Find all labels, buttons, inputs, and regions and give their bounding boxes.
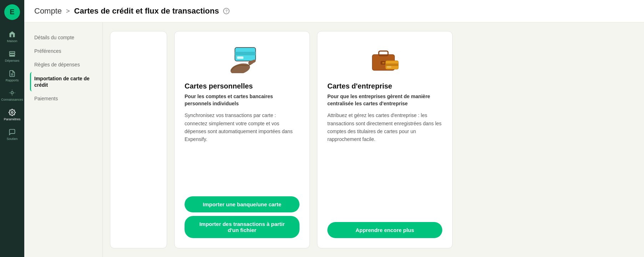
personal-card-title: Cartes personnelles bbox=[185, 82, 300, 90]
svg-rect-11 bbox=[237, 56, 243, 59]
personal-card-subtitle: Pour les comptes et cartes bancaires per… bbox=[185, 93, 300, 107]
page-header: Compte > Cartes de crédit et flux de tra… bbox=[24, 0, 644, 22]
svg-point-12 bbox=[229, 61, 251, 73]
svg-rect-4 bbox=[10, 56, 15, 56]
nav-item-depenses[interactable]: Dépenses bbox=[0, 47, 24, 66]
nav-parametres-label: Paramètres bbox=[4, 117, 21, 121]
spacer-panel bbox=[110, 31, 167, 248]
svg-rect-2 bbox=[10, 51, 15, 53]
svg-point-8 bbox=[11, 112, 13, 114]
app-logo[interactable]: E bbox=[4, 4, 20, 27]
business-card-illustration bbox=[367, 45, 403, 73]
breadcrumb-separator: > bbox=[66, 7, 70, 15]
rapports-icon bbox=[9, 70, 16, 77]
nav-soutien-label: Soutien bbox=[7, 137, 18, 141]
nav-item-connaissances[interactable]: Connaissances bbox=[0, 86, 24, 105]
business-card-icon-area bbox=[327, 43, 442, 75]
personal-cards-card: Cartes personnelles Pour les comptes et … bbox=[174, 31, 310, 248]
business-card-desc: Attribuez et gérez les cartes d'entrepri… bbox=[327, 111, 442, 213]
depenses-icon bbox=[9, 50, 16, 57]
business-cards-card: Cartes d'entreprise Pour que les entrepr… bbox=[317, 31, 453, 248]
page-title: Cartes de crédit et flux de transactions bbox=[74, 6, 219, 16]
soutien-icon bbox=[9, 128, 16, 136]
svg-rect-10 bbox=[235, 52, 256, 55]
svg-rect-22 bbox=[387, 66, 391, 68]
main-area: Compte > Cartes de crédit et flux de tra… bbox=[24, 0, 644, 257]
nav-item-parametres[interactable]: Paramètres bbox=[0, 105, 24, 125]
nav-maison-label: Maison bbox=[7, 39, 17, 43]
svg-rect-19 bbox=[382, 62, 384, 64]
sidebar-item-details[interactable]: Détails du compte bbox=[30, 31, 97, 44]
business-card-title: Cartes d'entreprise bbox=[327, 82, 442, 90]
parametres-icon bbox=[9, 109, 16, 116]
home-icon bbox=[9, 31, 16, 38]
svg-point-7 bbox=[11, 92, 14, 94]
nav-item-maison[interactable]: Maison bbox=[0, 27, 24, 47]
sidebar-item-importation[interactable]: Importation de carte de crédit bbox=[30, 72, 97, 91]
connaissances-icon bbox=[9, 89, 16, 96]
svg-rect-3 bbox=[10, 54, 15, 55]
import-bank-button[interactable]: Importer une banque/une carte bbox=[185, 196, 300, 212]
content-row: Détails du compte Préférences Règles de … bbox=[24, 22, 644, 257]
account-sidebar: Détails du compte Préférences Règles de … bbox=[24, 22, 103, 257]
business-card-subtitle: Pour que les entreprises gèrent de maniè… bbox=[327, 93, 442, 107]
import-file-button[interactable]: Importer des transactions à partir d'un … bbox=[185, 216, 300, 238]
help-button[interactable]: ? bbox=[223, 8, 230, 14]
nav-depenses-label: Dépenses bbox=[5, 59, 20, 63]
svg-rect-21 bbox=[386, 64, 398, 66]
personal-card-icon-area bbox=[185, 43, 300, 75]
sidebar-item-regles[interactable]: Règles de dépenses bbox=[30, 58, 97, 71]
nav-connaissances-label: Connaissances bbox=[1, 98, 23, 102]
personal-card-illustration bbox=[224, 45, 260, 73]
left-navigation: E Maison Dépenses Rapports bbox=[0, 0, 24, 257]
sidebar-item-paiements[interactable]: Paiements bbox=[30, 92, 97, 105]
sidebar-item-preferences[interactable]: Préférences bbox=[30, 45, 97, 57]
nav-item-soutien[interactable]: Soutien bbox=[0, 125, 24, 145]
svg-text:E: E bbox=[10, 8, 14, 16]
nav-item-rapports[interactable]: Rapports bbox=[0, 66, 24, 86]
personal-card-desc: Synchronisez vos transactions par carte … bbox=[185, 111, 300, 188]
learn-more-button[interactable]: Apprendre encore plus bbox=[327, 222, 442, 238]
breadcrumb-compte[interactable]: Compte bbox=[34, 6, 62, 16]
cards-area: Cartes personnelles Pour les comptes et … bbox=[103, 22, 644, 257]
nav-rapports-label: Rapports bbox=[6, 79, 19, 82]
